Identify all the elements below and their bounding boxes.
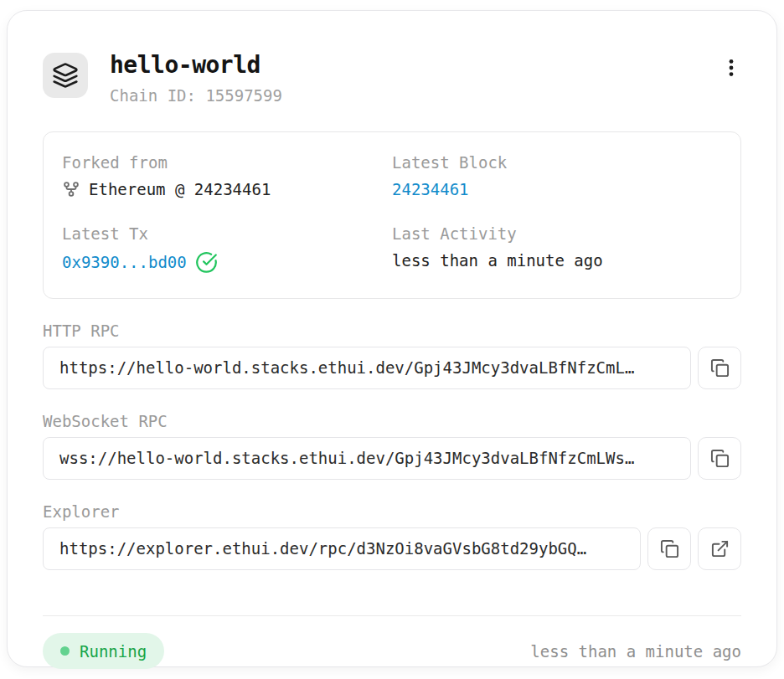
overview-last-activity: Last Activity less than a minute ago [392, 224, 722, 274]
explorer-input[interactable]: https://explorer.ethui.dev/rpc/d3NzOi8va… [43, 527, 641, 570]
explorer-copy-button[interactable] [647, 527, 691, 570]
explorer-row: https://explorer.ethui.dev/rpc/d3NzOi8va… [43, 527, 741, 570]
latest-tx-label: Latest Tx [62, 224, 392, 244]
ws-rpc-input[interactable]: wss://hello-world.stacks.ethui.dev/Gpj43… [43, 437, 691, 480]
footer-timestamp: less than a minute ago [530, 642, 741, 661]
http-rpc-input[interactable]: https://hello-world.stacks.ethui.dev/Gpj… [43, 347, 691, 389]
explorer-open-button[interactable] [698, 527, 741, 570]
latest-block-label: Latest Block [392, 153, 722, 172]
latest-tx-link[interactable]: 0x9390...bd00 [62, 253, 187, 272]
overview-forked-from: Forked from Ethereum @ 24234461 [62, 153, 392, 199]
explorer-label: Explorer [43, 502, 741, 521]
latest-block-link[interactable]: 24234461 [392, 180, 469, 199]
chain-avatar [43, 53, 88, 98]
ws-rpc-copy-button[interactable] [698, 437, 741, 480]
http-rpc-label: HTTP RPC [43, 321, 741, 340]
ws-rpc-row: wss://hello-world.stacks.ethui.dev/Gpj43… [43, 437, 741, 480]
http-rpc-row: https://hello-world.stacks.ethui.dev/Gpj… [43, 347, 741, 389]
latest-block-value-row: 24234461 [392, 180, 722, 199]
status-label: Running [80, 642, 147, 661]
chain-id-subtitle: Chain ID: 15597599 [110, 86, 714, 105]
fork-details-card: hello-world Chain ID: 15597599 Forked fr… [7, 10, 777, 667]
copy-icon [710, 358, 730, 378]
forked-from-value: Ethereum @ 24234461 [89, 180, 271, 199]
overview-latest-block: Latest Block 24234461 [392, 153, 722, 199]
forked-from-value-row: Ethereum @ 24234461 [62, 180, 392, 199]
overview-panel: Forked from Ethereum @ 24234461 Latest B… [43, 131, 741, 299]
copy-icon [710, 449, 730, 468]
status-dot-icon [60, 646, 70, 656]
status-badge: Running [43, 633, 164, 669]
card-menu-button[interactable] [714, 51, 748, 85]
ws-rpc-label: WebSocket RPC [43, 412, 741, 430]
latest-tx-value-row: 0x9390...bd00 [62, 251, 392, 274]
overview-latest-tx: Latest Tx 0x9390...bd00 [62, 224, 392, 274]
card-header: hello-world Chain ID: 15597599 [43, 53, 741, 105]
copy-icon [660, 539, 679, 558]
footer-divider [43, 615, 741, 616]
kebab-vertical-icon [720, 57, 742, 79]
circle-check-icon [195, 251, 218, 274]
page-title: hello-world [110, 53, 714, 79]
http-rpc-copy-button[interactable] [698, 347, 741, 389]
external-link-icon [710, 539, 730, 558]
forked-from-label: Forked from [62, 153, 392, 172]
card-footer: Running less than a minute ago [43, 633, 741, 669]
git-fork-icon [62, 180, 80, 198]
title-block: hello-world Chain ID: 15597599 [110, 53, 714, 105]
last-activity-label: Last Activity [392, 224, 722, 244]
last-activity-value: less than a minute ago [392, 251, 722, 270]
layers-icon [52, 62, 79, 89]
